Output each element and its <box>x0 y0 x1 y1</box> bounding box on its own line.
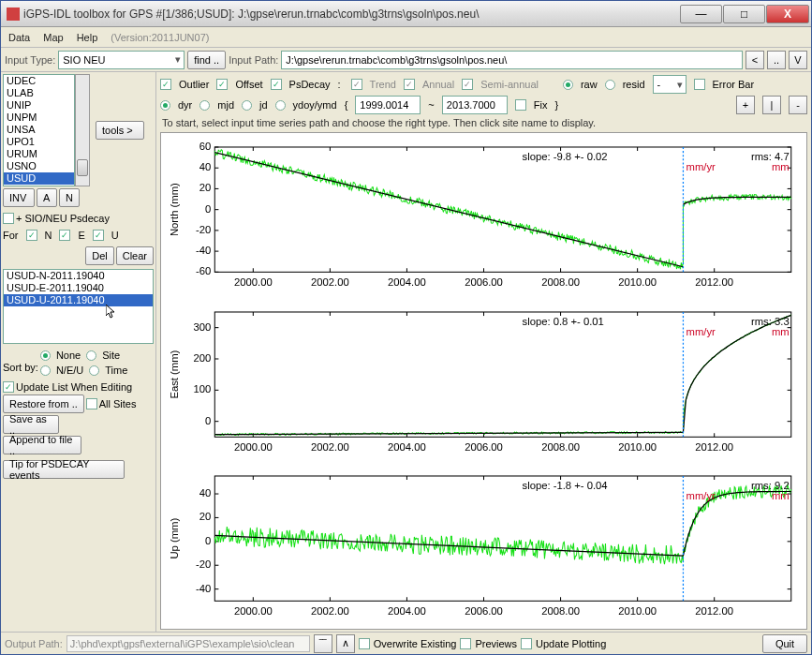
minus-button[interactable]: - <box>789 96 807 114</box>
file-item[interactable]: USUD-U-2011.19040 <box>4 294 153 306</box>
style-select[interactable]: - <box>653 75 687 94</box>
site-item[interactable]: UNIP <box>4 99 74 112</box>
plus-button[interactable]: + <box>736 96 755 114</box>
site-item[interactable]: USUD <box>4 172 74 185</box>
t1-field[interactable]: 1999.0014 <box>355 96 421 114</box>
t2-field[interactable]: 2013.7000 <box>442 96 508 114</box>
svg-text:40: 40 <box>199 161 212 172</box>
tools-button[interactable]: tools > <box>96 121 144 140</box>
sort-time-radio[interactable] <box>89 365 99 376</box>
output-path-field[interactable]: J:\phd\expt\gpsf\external\iGPS\example\s… <box>66 635 310 652</box>
site-item[interactable]: USNO <box>4 160 74 172</box>
footer-btn2[interactable]: ∧ <box>336 634 355 653</box>
svg-text:20: 20 <box>199 512 212 523</box>
site-item[interactable]: UNPM <box>4 112 74 124</box>
clear-button[interactable]: Clear <box>116 246 154 265</box>
append-button[interactable]: Append to file .. <box>3 436 81 454</box>
svg-text:East (mm): East (mm) <box>169 350 180 398</box>
resid-radio[interactable] <box>605 80 615 90</box>
site-item[interactable]: UPO1 <box>4 136 74 148</box>
sort-none-radio[interactable] <box>40 350 51 361</box>
mjd-radio[interactable] <box>199 100 210 111</box>
svg-text:60: 60 <box>199 141 212 152</box>
for-e-check[interactable] <box>59 230 70 241</box>
close-button[interactable]: X <box>766 5 809 23</box>
file-list[interactable]: USUD-N-2011.19040USUD-E-2011.19040USUD-U… <box>3 269 154 344</box>
tip-button[interactable]: Tip for PSDECAY events <box>3 460 125 479</box>
all-sites-check[interactable] <box>86 398 97 409</box>
site-item[interactable]: UNSA <box>4 124 74 136</box>
outlier-check[interactable] <box>160 79 171 90</box>
for-u-check[interactable] <box>93 230 104 241</box>
menu-help[interactable]: Help <box>77 32 98 43</box>
for-label: For <box>3 230 19 241</box>
ibar-button[interactable]: | <box>762 96 781 114</box>
menu-data[interactable]: Data <box>8 32 30 43</box>
menu-map[interactable]: Map <box>43 32 63 43</box>
dyr-radio[interactable] <box>160 100 170 111</box>
svg-text:2002.00: 2002.00 <box>311 276 349 288</box>
svg-text:North (mm): North (mm) <box>169 183 180 236</box>
site-item[interactable]: ULAB <box>4 87 74 99</box>
site-list-scrollbar[interactable] <box>75 74 90 186</box>
svg-text:2000.00: 2000.00 <box>234 605 273 617</box>
site-item[interactable]: URUM <box>4 148 74 160</box>
previews-check[interactable] <box>460 638 471 649</box>
file-item[interactable]: USUD-N-2011.19040 <box>4 270 153 282</box>
svg-text:100: 100 <box>193 383 211 394</box>
path-v-button[interactable]: V <box>789 51 807 69</box>
ydoy-radio[interactable] <box>275 100 286 111</box>
update-plot-check[interactable] <box>521 638 532 649</box>
errorbar-check[interactable] <box>694 79 705 90</box>
psdecay-label: + SIO/NEU Psdecay <box>16 213 110 224</box>
find-button[interactable]: find .. <box>187 51 226 69</box>
svg-text:0: 0 <box>205 414 211 425</box>
svg-text:0: 0 <box>205 535 211 546</box>
svg-text:slope:   0.8 +- 0.01: slope: 0.8 +- 0.01 <box>523 316 604 327</box>
raw-radio[interactable] <box>563 80 573 90</box>
minimize-button[interactable]: — <box>680 5 722 23</box>
restore-button[interactable]: Restore from .. <box>3 394 84 413</box>
path-dots-button[interactable]: .. <box>767 51 786 69</box>
a-button[interactable]: A <box>37 188 57 207</box>
trend-check[interactable] <box>351 79 362 90</box>
path-back-button[interactable]: < <box>746 51 764 69</box>
semiannual-check[interactable] <box>462 79 473 90</box>
site-item[interactable]: UDEC <box>4 75 74 87</box>
svg-text:2004.00: 2004.00 <box>388 605 426 617</box>
svg-text:2012.00: 2012.00 <box>695 440 733 452</box>
del-button[interactable]: Del <box>85 246 114 265</box>
offset-check[interactable] <box>216 79 228 90</box>
sort-neu-radio[interactable] <box>40 365 51 376</box>
svg-text:2008.00: 2008.00 <box>541 276 580 288</box>
site-item[interactable]: VACS <box>4 185 74 186</box>
input-type-select[interactable]: SIO NEU <box>58 51 185 69</box>
input-path-field[interactable]: J:\gpse\rerun.trnabc\comb\g3trns\gsoln\p… <box>281 51 743 69</box>
n-button[interactable]: N <box>59 188 80 207</box>
svg-text:2002.00: 2002.00 <box>311 605 349 617</box>
svg-text:slope:  -9.8 +- 0.02: slope: -9.8 +- 0.02 <box>523 151 608 162</box>
fix-check[interactable] <box>515 99 526 111</box>
svg-text:mm: mm <box>772 161 790 172</box>
psdecay-check[interactable] <box>3 213 14 224</box>
psdecay-opt-check[interactable] <box>271 79 282 90</box>
quit-button[interactable]: Quit <box>762 634 807 653</box>
saveas-button[interactable]: Save as .. <box>3 415 59 434</box>
svg-text:2008.00: 2008.00 <box>541 440 580 452</box>
output-path-label: Output Path: <box>5 638 63 649</box>
overwrite-check[interactable] <box>359 638 370 649</box>
site-list[interactable]: UDECULABUNIPUNPMUNSAUPO1URUMUSNOUSUDVACS <box>3 74 75 186</box>
svg-text:2012.00: 2012.00 <box>695 605 733 617</box>
footer-btn1[interactable]: ‾‾ <box>314 634 332 653</box>
for-n-check[interactable] <box>26 230 37 241</box>
update-list-check[interactable] <box>3 381 14 393</box>
maximize-button[interactable]: □ <box>723 5 765 23</box>
window-title: iGPS-IDL toolbox for GPS #[1/386;USUD]: … <box>23 7 679 21</box>
svg-text:200: 200 <box>193 352 211 364</box>
annual-check[interactable] <box>404 79 415 90</box>
jd-radio[interactable] <box>242 100 252 111</box>
file-item[interactable]: USUD-E-2011.19040 <box>4 282 153 294</box>
inv-button[interactable]: INV <box>3 188 35 207</box>
sort-site-radio[interactable] <box>86 350 96 361</box>
svg-text:mm: mm <box>772 325 790 336</box>
